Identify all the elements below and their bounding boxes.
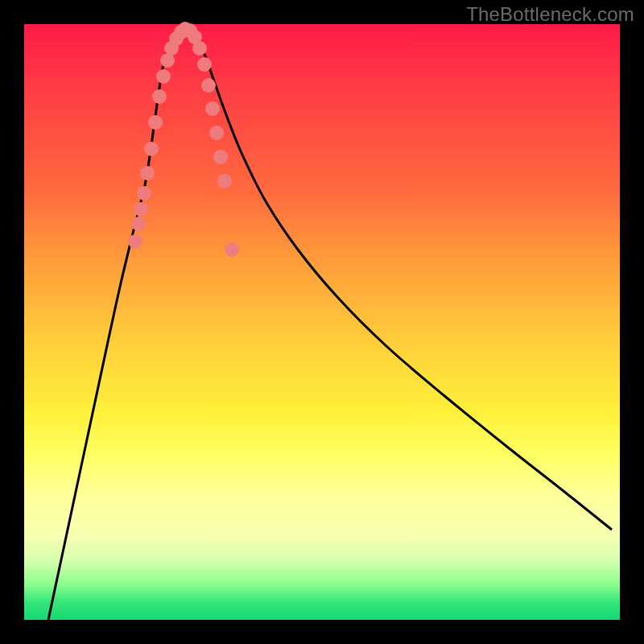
curve-svg: [24, 24, 620, 620]
scatter-dots: [128, 22, 239, 257]
chart-frame: TheBottleneck.com: [0, 0, 644, 644]
scatter-dot: [205, 101, 220, 116]
scatter-dot: [209, 126, 224, 140]
scatter-dot: [134, 202, 148, 217]
plot-area: [24, 24, 620, 620]
scatter-dot: [144, 142, 159, 156]
scatter-dot: [128, 234, 142, 249]
scatter-dot: [152, 89, 167, 104]
scatter-dot: [140, 166, 155, 180]
scatter-dot: [192, 41, 207, 56]
bottleneck-curve: [48, 29, 612, 620]
scatter-dot: [137, 186, 151, 200]
scatter-dot: [225, 242, 239, 257]
scatter-dot: [201, 78, 216, 93]
scatter-dot: [131, 217, 146, 231]
scatter-dot: [217, 174, 232, 188]
watermark-text: TheBottleneck.com: [466, 3, 634, 26]
scatter-dot: [148, 115, 163, 130]
scatter-dot: [156, 69, 171, 84]
scatter-dot: [197, 57, 212, 72]
scatter-dot: [213, 150, 228, 164]
